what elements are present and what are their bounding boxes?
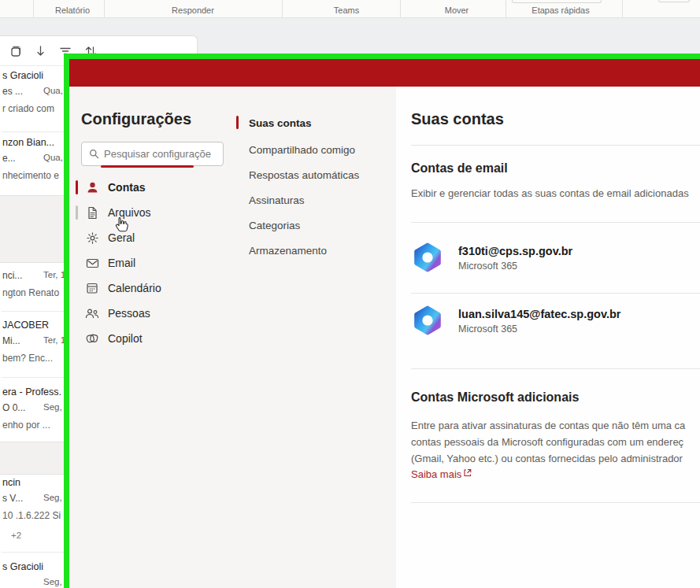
additional-accounts-heading: Contas Microsoft adicionais xyxy=(411,390,579,405)
divider xyxy=(411,368,700,369)
move-down-button[interactable] xyxy=(31,43,49,60)
additional-accounts-text: Entre para ativar assinaturas de contas … xyxy=(411,417,700,467)
mail-sender: s Gracioli xyxy=(2,70,43,81)
settings-nav-geral[interactable]: Geral xyxy=(69,225,239,250)
ribbon-group-mover: Mover xyxy=(445,6,469,15)
mail-preview: r criado com xyxy=(2,103,54,114)
mail-sender: nzon Bian... xyxy=(2,137,54,148)
divider xyxy=(411,222,700,223)
mail-more-badge: +2 xyxy=(11,531,21,540)
settings-nav-pessoas[interactable]: Pessoas xyxy=(69,301,239,326)
subnav-label: Armazenamento xyxy=(249,245,327,257)
settings-nav-email[interactable]: Email xyxy=(69,250,239,276)
mail-preview: enho por ... xyxy=(2,420,50,431)
mail-preview: ngton Renato xyxy=(2,287,59,298)
subnav-label: Assinaturas xyxy=(249,194,305,206)
search-input[interactable] xyxy=(104,142,220,165)
ribbon-divider xyxy=(400,0,401,17)
account-email: f310ti@cps.sp.gov.br xyxy=(458,245,572,257)
subnav-respostas-automaticas[interactable]: Respostas automáticas xyxy=(239,165,388,185)
mail-subject: nci... xyxy=(2,270,22,281)
settings-nav-arquivos[interactable]: Arquivos xyxy=(69,200,239,225)
ribbon-divider xyxy=(622,0,623,17)
envelope-icon xyxy=(85,256,99,270)
ribbon-group-labels: Relatório Responder Teams Mover Etapas r… xyxy=(0,0,700,18)
settings-title: Configurações xyxy=(81,110,191,128)
gear-icon xyxy=(85,231,99,245)
page-title: Suas contas xyxy=(411,110,504,128)
learn-more-label: Saiba mais xyxy=(411,468,461,480)
ribbon-divider xyxy=(104,0,105,17)
account-type: Microsoft 365 xyxy=(458,324,517,335)
subnav-suas-contas[interactable]: Suas contas xyxy=(239,113,388,133)
microsoft-365-logo-icon xyxy=(411,241,444,274)
subnav-compartilhado-comigo[interactable]: Compartilhado comigo xyxy=(239,139,388,160)
settings-nav-label: Calendário xyxy=(108,282,161,294)
settings-nav-label: Contas xyxy=(108,181,145,194)
mail-subject: s V... xyxy=(2,493,23,504)
subnav-categorias[interactable]: Categorias xyxy=(239,215,388,235)
settings-nav-label: Arquivos xyxy=(108,206,150,219)
divider xyxy=(411,502,700,503)
active-indicator xyxy=(236,116,239,129)
divider xyxy=(411,145,700,146)
subnav-assinaturas[interactable]: Assinaturas xyxy=(239,190,388,210)
settings-nav-label: Pessoas xyxy=(108,307,150,320)
subnav-label: Suas contas xyxy=(249,117,312,129)
ribbon-group-responder: Responder xyxy=(172,6,214,15)
microsoft-365-logo-icon xyxy=(411,304,444,337)
ribbon-divider xyxy=(33,0,34,17)
settings-nav-copilot[interactable]: Copilot xyxy=(69,326,239,351)
hover-indicator xyxy=(76,205,78,220)
settings-content-pane: Suas contas Contas de email Exibir e ger… xyxy=(396,87,700,588)
ribbon-group-etapas-rapidas: Etapas rápidas xyxy=(531,6,589,15)
settings-dialog-header xyxy=(69,59,700,87)
mail-sender: JACOBER xyxy=(2,320,49,331)
document-icon xyxy=(85,205,99,220)
text-line: (Gmail, Yahoo etc.) ou contas fornecidas… xyxy=(411,450,700,467)
account-type: Microsoft 365 xyxy=(458,261,517,272)
text-line: Entre para ativar assinaturas de contas … xyxy=(411,417,700,434)
search-red-underline xyxy=(101,165,194,168)
mail-preview: bem? Enc... xyxy=(2,353,53,364)
subnav-label: Compartilhado comigo xyxy=(249,144,355,156)
settings-nav-pane: Configurações Contas xyxy=(69,87,396,588)
settings-nav-label: Copilot xyxy=(108,332,143,345)
mail-subject: Mi... xyxy=(2,335,20,346)
settings-nav-label: Email xyxy=(108,257,135,269)
learn-more-link[interactable]: Saiba mais xyxy=(411,468,472,480)
subnav-armazenamento[interactable]: Armazenamento xyxy=(239,240,388,261)
ribbon-group-relatorio: Relatório xyxy=(55,6,90,15)
settings-nav-calendario[interactable]: Calendário xyxy=(69,276,239,301)
search-icon xyxy=(88,148,100,163)
email-accounts-heading: Contas de email xyxy=(411,161,508,176)
move-down-icon xyxy=(35,45,46,58)
mail-subject: es ... xyxy=(2,86,23,97)
settings-nav-contas[interactable]: Contas xyxy=(69,175,239,200)
calendar-icon xyxy=(85,281,99,295)
divider xyxy=(411,293,700,294)
settings-dialog: Configurações Contas xyxy=(69,59,700,588)
ribbon-divider xyxy=(282,0,283,17)
active-indicator xyxy=(76,180,78,194)
ribbon-button-stub xyxy=(512,0,602,3)
mail-preview: nhecimento e xyxy=(2,170,59,181)
mail-sender: ncin xyxy=(2,477,20,488)
mail-subject: e... xyxy=(2,153,16,164)
account-row[interactable]: luan.silva145@fatec.sp.gov.br Microsoft … xyxy=(411,304,700,342)
subnav-label: Respostas automáticas xyxy=(249,169,359,181)
select-all-button[interactable] xyxy=(6,43,24,60)
account-row[interactable]: f310ti@cps.sp.gov.br Microsoft 365 xyxy=(411,241,700,279)
people-icon xyxy=(85,306,99,320)
settings-nav-label: Geral xyxy=(108,231,135,244)
subnav-label: Categorias xyxy=(249,220,300,231)
ribbon-divider xyxy=(506,0,506,17)
mail-subject: O 0... xyxy=(2,402,25,413)
ribbon-button-stub xyxy=(658,0,690,2)
account-email: luan.silva145@fatec.sp.gov.br xyxy=(458,308,620,320)
person-icon xyxy=(85,180,99,194)
highlight-border: Configurações Contas xyxy=(64,54,700,588)
mail-sender: era - Profess. xyxy=(2,386,61,398)
settings-search[interactable] xyxy=(81,142,224,166)
text-line: contas pessoais da Microsoft configurada… xyxy=(411,434,700,450)
